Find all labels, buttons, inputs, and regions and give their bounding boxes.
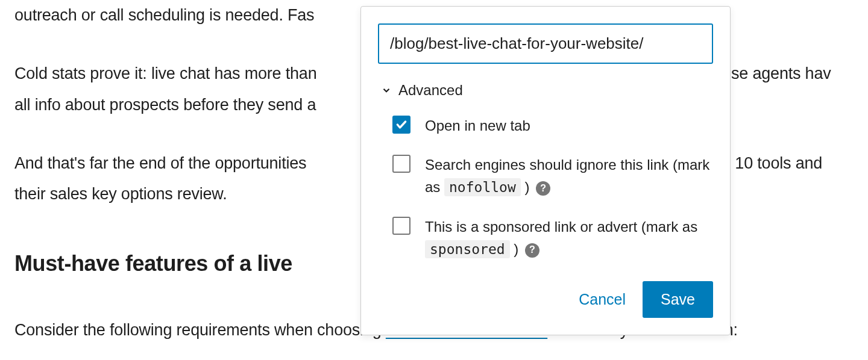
sponsored-checkbox[interactable] (392, 217, 410, 235)
sponsored-label: This is a sponsored link or advert (mark… (425, 216, 713, 261)
advanced-label: Advanced (398, 82, 463, 99)
option-open-new-tab: Open in new tab (392, 114, 713, 137)
help-icon[interactable]: ? (536, 181, 550, 196)
open-new-tab-label: Open in new tab (425, 114, 530, 137)
link-url-input[interactable] (378, 23, 713, 64)
text-fragment: ) (510, 241, 519, 257)
nofollow-label: Search engines should ignore this link (… (425, 154, 713, 199)
text-fragment: This is a sponsored link or advert (mark… (425, 219, 697, 235)
cancel-button[interactable]: Cancel (575, 282, 629, 317)
advanced-toggle[interactable]: Advanced (380, 82, 713, 99)
nofollow-code: nofollow (444, 178, 521, 196)
advanced-options: Open in new tab Search engines should ig… (378, 114, 713, 261)
open-new-tab-checkbox[interactable] (392, 116, 410, 134)
text-fragment: all info about prospects before they sen… (14, 96, 316, 114)
text-fragment: their sales key options review. (14, 185, 227, 203)
chevron-down-icon (380, 84, 392, 96)
text-fragment: Consider the following requirements when… (14, 321, 386, 339)
save-button[interactable]: Save (643, 281, 713, 318)
nofollow-checkbox[interactable] (392, 155, 410, 173)
option-sponsored: This is a sponsored link or advert (mark… (392, 216, 713, 261)
text-fragment: And that's far the end of the opportunit… (14, 154, 306, 172)
link-settings-popover: Advanced Open in new tab Search engines … (360, 6, 731, 335)
popover-actions: Cancel Save (378, 281, 713, 318)
text-fragment: Cold stats prove it: live chat has more … (14, 64, 316, 82)
sponsored-code: sponsored (425, 240, 510, 258)
option-nofollow: Search engines should ignore this link (… (392, 154, 713, 199)
help-icon[interactable]: ? (525, 243, 539, 258)
text-fragment: ) (521, 179, 530, 195)
